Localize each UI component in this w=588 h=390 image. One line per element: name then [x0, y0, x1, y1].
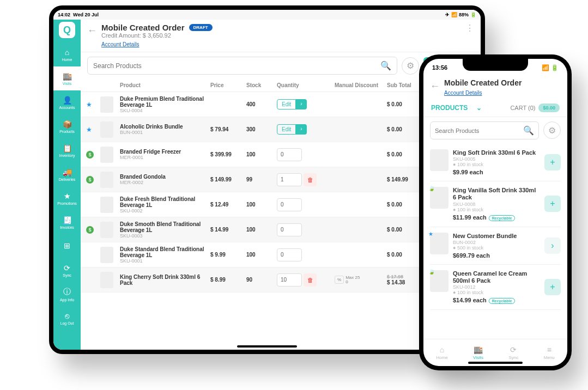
quantity-input[interactable] — [277, 148, 302, 161]
tab-products[interactable]: PRODUCTS ⌄ — [431, 104, 482, 112]
log out-icon: ⎋ — [65, 312, 69, 320]
sidebar-item-accounts[interactable]: 👤Accounts — [53, 90, 81, 114]
app info-icon: ⓘ — [63, 287, 71, 297]
tab-cart[interactable]: CART (0) $0.00 — [510, 103, 560, 112]
recyclable-badge: Recyclable — [489, 298, 516, 304]
phone-filter-button[interactable]: ⚙ — [543, 121, 561, 139]
products-icon: 📦 — [63, 120, 72, 129]
edit-quantity-button[interactable]: Edit› — [277, 99, 307, 109]
sidebar-item-products[interactable]: 📦Products — [53, 114, 81, 138]
back-arrow-icon[interactable]: ← — [87, 25, 97, 36]
app-logo: Q — [59, 22, 75, 38]
product-thumbnail — [100, 121, 113, 138]
home-indicator — [237, 345, 297, 348]
filter-button[interactable]: ⚙ — [402, 57, 419, 75]
dollar-icon: $ — [86, 226, 94, 234]
tab-sync[interactable]: ⟳Sync — [508, 345, 518, 360]
list-item[interactable]: 🍃Queen Caramel Ice Cream 500ml 6 PackSKU… — [430, 265, 561, 310]
leaf-icon: 🍃 — [428, 269, 435, 275]
visits-icon: 🏬 — [63, 72, 72, 81]
sidebar-item-promotions[interactable]: ★Promotions — [53, 186, 81, 210]
search-input[interactable]: 🔍 — [87, 57, 397, 75]
leaf-icon: 🍃 — [428, 185, 435, 191]
dollar-icon: $ — [86, 176, 94, 184]
quantity-input[interactable] — [277, 198, 302, 211]
trash-icon[interactable]: 🗑 — [304, 173, 317, 186]
phone-home-indicator — [468, 362, 523, 364]
trash-icon[interactable]: 🗑 — [304, 273, 317, 287]
menu-icon: ≡ — [547, 345, 551, 354]
search-icon: 🔍 — [523, 125, 534, 136]
sync-icon: ⟳ — [510, 345, 517, 354]
product-thumbnail: 🍃 — [430, 270, 448, 292]
sidebar-item-item[interactable]: ⊞ — [53, 234, 81, 258]
notch — [463, 59, 528, 71]
quantity-input[interactable] — [277, 248, 302, 261]
star-icon: ★ — [86, 101, 92, 108]
product-thumbnail — [100, 197, 113, 213]
add-button[interactable]: + — [544, 154, 561, 170]
sidebar-item-invoices[interactable]: 🧾Invoices — [53, 210, 81, 234]
product-thumbnail — [100, 147, 113, 163]
phone-back-icon[interactable]: ← — [430, 81, 440, 97]
tab-visits[interactable]: 🏬Visits — [473, 345, 483, 360]
expand-button[interactable]: › — [544, 237, 561, 254]
product-thumbnail — [100, 172, 113, 188]
deliveries-icon: 🚚 — [63, 168, 72, 176]
ipad-statusbar: 14:02 Wed 20 Jul ✈︎📶88%🔋 — [53, 10, 481, 20]
invoices-icon: 🧾 — [63, 216, 72, 224]
star-icon: ★ — [86, 126, 92, 133]
inventory-icon: 📋 — [63, 144, 72, 153]
sidebar-item-inventory[interactable]: 📋Inventory — [53, 138, 81, 162]
quantity-input[interactable] — [277, 173, 302, 186]
product-thumbnail: ★ — [430, 233, 448, 254]
draft-badge: DRAFT — [189, 24, 213, 31]
product-thumbnail — [100, 272, 113, 288]
list-item[interactable]: 🍃King Vanilla Soft Drink 330ml 6 PackSKU… — [430, 181, 561, 227]
list-item[interactable]: King Soft Drink 330ml 6 PackSKU-0005● 10… — [430, 144, 561, 181]
product-thumbnail — [100, 96, 113, 113]
sidebar-nav: Q ⌂Home🏬Visits👤Accounts📦Products📋Invento… — [53, 20, 81, 350]
phone-account-link[interactable]: Account Details — [444, 90, 482, 96]
sidebar-item-deliveries[interactable]: 🚚Deliveries — [53, 162, 81, 186]
product-thumbnail: 🍃 — [430, 187, 448, 209]
home-icon: ⌂ — [440, 345, 444, 354]
search-icon: 🔍 — [380, 60, 391, 71]
sync-icon: ⟳ — [64, 264, 70, 272]
sidebar-item-visits[interactable]: 🏬Visits — [53, 66, 81, 90]
dollar-icon: $ — [86, 151, 94, 159]
accounts-icon: 👤 — [63, 96, 72, 105]
kebab-icon[interactable]: ⋮ — [465, 23, 474, 33]
iphone-device: 13:56 📶 🔋 ← Mobile Created Order Account… — [419, 54, 572, 370]
sidebar-item-sync[interactable]: ⟳Sync — [53, 258, 81, 282]
promotions-icon: ★ — [64, 192, 71, 200]
edit-quantity-button[interactable]: Edit› — [277, 124, 307, 135]
-icon: ⊞ — [64, 241, 70, 250]
add-button[interactable]: + — [544, 279, 561, 295]
recyclable-badge: Recyclable — [489, 215, 516, 221]
chevron-down-icon: ⌄ — [476, 104, 482, 112]
page-header: ← Mobile Created Order DRAFT Credit Amou… — [81, 20, 481, 52]
add-button[interactable]: + — [544, 196, 561, 212]
discount-cell[interactable]: %Max 250 — [335, 276, 384, 284]
phone-title: Mobile Created Order — [444, 78, 522, 87]
sidebar-item-home[interactable]: ⌂Home — [53, 42, 81, 66]
visits-icon: 🏬 — [474, 345, 483, 354]
tab-menu[interactable]: ≡Menu — [544, 345, 555, 360]
sidebar-item-log out[interactable]: ⎋Log Out — [53, 306, 81, 330]
quantity-input[interactable] — [277, 223, 302, 236]
tab-home[interactable]: ⌂Home — [436, 345, 447, 360]
product-thumbnail — [430, 149, 448, 171]
list-item[interactable]: ★New Customer BundleBUN-0002● 500 in sto… — [430, 227, 561, 265]
phone-search-input[interactable]: 🔍 — [430, 121, 539, 139]
quantity-input[interactable] — [277, 273, 302, 287]
home-icon: ⌂ — [65, 48, 69, 57]
sidebar-item-app info[interactable]: ⓘApp Info — [53, 282, 81, 306]
product-thumbnail — [100, 222, 113, 238]
account-details-link[interactable]: Account Details — [101, 41, 139, 47]
star-icon: ★ — [428, 231, 433, 237]
product-thumbnail — [100, 247, 113, 263]
page-title: Mobile Created Order — [101, 23, 185, 32]
credit-amount: Credit Amount: $ 3,650.92 — [101, 32, 461, 39]
